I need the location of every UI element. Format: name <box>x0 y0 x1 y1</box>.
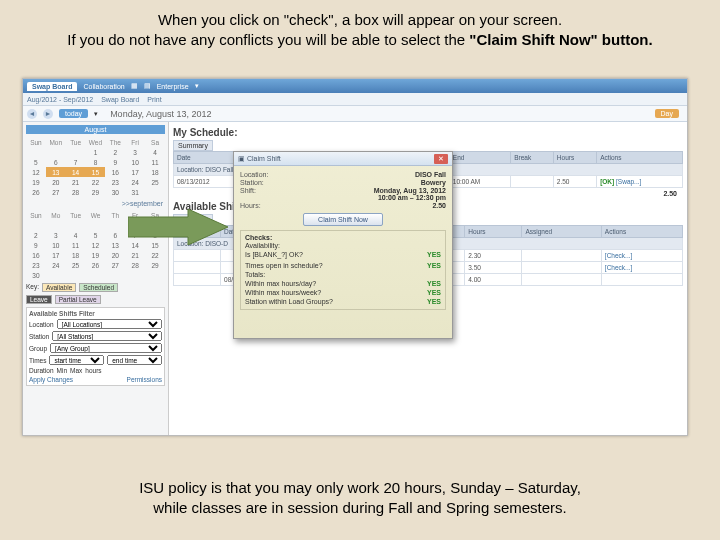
day-view-button[interactable]: Day <box>655 109 679 118</box>
group-select[interactable]: [Any Group] <box>50 343 162 353</box>
tab-swapboard[interactable]: Swap Board <box>27 82 77 91</box>
calendar-august[interactable]: SunMonTueWedTheFriSa12345678910111213141… <box>26 137 165 197</box>
calendar-key-2: Leave Partial Leave <box>26 295 165 304</box>
claim-shift-now-button[interactable]: Claim Shift Now <box>303 213 383 226</box>
start-time-select[interactable]: start time <box>49 355 104 365</box>
next-month-link[interactable]: >>september <box>122 200 163 207</box>
available-shifts-filter: Available Shifts Filter Location[All Loc… <box>26 307 165 386</box>
print-link[interactable]: Print <box>147 96 161 103</box>
current-date: Monday, August 13, 2012 <box>110 109 211 119</box>
checks-panel: Checks: Availability:Is [BLANK_?] OK?YES… <box>240 230 446 310</box>
today-button[interactable]: today <box>59 109 88 118</box>
swap-board-link[interactable]: Swap Board <box>101 96 139 103</box>
topbar: Swap Board Collaboration ▦ ▤ Enterprise … <box>23 79 687 93</box>
toolbar: Aug/2012 - Sep/2012 Swap Board Print <box>23 93 687 106</box>
toolbar-icon[interactable]: ▦ <box>131 82 138 90</box>
tab-summary-avail[interactable]: Summary <box>173 214 213 225</box>
station-select[interactable]: [All Stations] <box>52 331 162 341</box>
location-select[interactable]: [All Locations] <box>57 319 162 329</box>
date-range[interactable]: Aug/2012 - Sep/2012 <box>27 96 93 103</box>
modal-titlebar: ▣ Claim Shift ✕ <box>234 152 452 166</box>
my-schedule-header: My Schedule: <box>173 127 683 138</box>
window-icon: ▣ <box>238 155 245 163</box>
permissions-link[interactable]: Permissions <box>127 376 162 383</box>
calendar-september[interactable]: SunMoTueWeThFrSa123456789101112131415161… <box>26 210 165 280</box>
tab-summary[interactable]: Summary <box>173 140 213 151</box>
apply-changes-link[interactable]: Apply Changes <box>29 376 73 383</box>
chevron-down-icon[interactable]: ▾ <box>195 82 199 90</box>
close-icon[interactable]: ✕ <box>434 154 448 164</box>
sidebar: August SunMonTueWedTheFriSa1234567891011… <box>23 122 169 435</box>
calendar-key: Key: Available Scheduled <box>26 283 165 292</box>
app-screenshot: Swap Board Collaboration ▦ ▤ Enterprise … <box>22 78 688 436</box>
datebar: ◄ ► today ▾ Monday, August 13, 2012 Day <box>23 106 687 122</box>
claim-shift-modal: ▣ Claim Shift ✕ Location:DISO Fall Stati… <box>233 151 453 339</box>
month-header: August <box>26 125 165 134</box>
instruction-bottom: ISU policy is that you may only work 20 … <box>0 478 720 519</box>
end-time-select[interactable]: end time <box>107 355 162 365</box>
chevron-down-icon[interactable]: ▾ <box>94 110 98 118</box>
prev-day-icon[interactable]: ◄ <box>27 109 37 119</box>
menu-enterprise[interactable]: Enterprise <box>157 83 189 90</box>
toolbar-icon[interactable]: ▤ <box>144 82 151 90</box>
menu-collaboration[interactable]: Collaboration <box>83 83 124 90</box>
next-day-icon[interactable]: ► <box>43 109 53 119</box>
instruction-top: When you click on "check", a box will ap… <box>0 0 720 59</box>
